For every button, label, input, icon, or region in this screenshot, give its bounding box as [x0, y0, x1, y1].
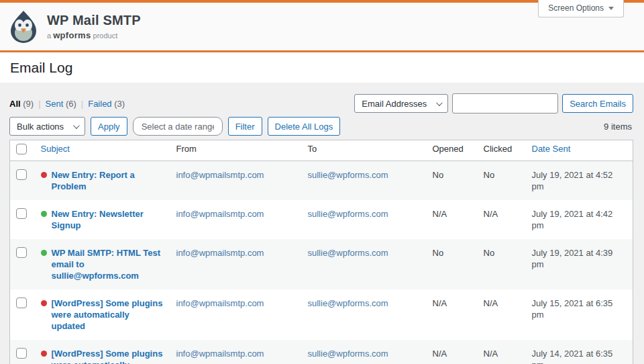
search-emails-button[interactable]: Search Emails	[562, 94, 633, 113]
from-email: info@wpmailsmtp.com	[176, 298, 264, 308]
to-email: sullie@wpforms.com	[308, 298, 388, 308]
view-filter-sent[interactable]: Sent (6)	[46, 99, 76, 109]
column-header-to: To	[301, 140, 426, 161]
search-field-select[interactable]: Email Addresses	[354, 94, 448, 113]
opened-value: N/A	[426, 200, 477, 239]
screen-options-button[interactable]: Screen Options	[538, 0, 624, 17]
brand-tagline: a wpforms product	[47, 30, 141, 40]
items-count: 9 items	[604, 122, 633, 132]
brand-text-block: WP Mail SMTP a wpforms product	[47, 13, 141, 40]
filter-button[interactable]: Filter	[228, 117, 262, 136]
to-email: sullie@wpforms.com	[308, 248, 388, 258]
subject-link[interactable]: New Entry: Report a Problem	[52, 169, 163, 192]
search-input[interactable]	[452, 93, 558, 113]
table-row: New Entry: Report a Problem info@wpmails…	[10, 161, 633, 201]
tagline-suffix: product	[93, 32, 118, 40]
to-email: sullie@wpforms.com	[308, 349, 388, 359]
view-filter-failed[interactable]: Failed (3)	[88, 99, 125, 109]
opened-value: No	[426, 239, 477, 289]
page-title: Email Log	[10, 60, 72, 76]
clicked-value: N/A	[477, 340, 525, 364]
column-header-date-sent[interactable]: Date Sent	[525, 140, 633, 161]
view-filter-all[interactable]: All (9)	[9, 99, 34, 109]
wpforms-wordmark: wpforms	[53, 30, 91, 40]
actions-group: Bulk actions Apply Filter Delete All Log…	[9, 117, 340, 136]
row-checkbox[interactable]	[16, 348, 27, 359]
date-sent-value: July 14, 2021 at 6:35 pm	[525, 340, 633, 364]
status-dot	[41, 211, 47, 217]
delete-all-logs-button[interactable]: Delete All Logs	[268, 117, 341, 136]
to-email: sullie@wpforms.com	[308, 170, 388, 180]
subject-link[interactable]: [WordPress] Some plugins were automatica…	[52, 298, 163, 332]
chevron-down-icon	[73, 122, 80, 129]
separator: |	[81, 99, 83, 109]
status-dot	[41, 172, 47, 178]
opened-value: N/A	[426, 340, 477, 364]
status-dot	[41, 351, 47, 357]
chevron-down-icon	[436, 99, 443, 106]
column-header-from: From	[170, 140, 301, 161]
chevron-down-icon	[608, 7, 614, 10]
row-checkbox[interactable]	[16, 298, 27, 308]
subject-link[interactable]: [WordPress] Some plugins were automatica…	[52, 348, 163, 364]
row-checkbox[interactable]	[16, 208, 27, 219]
subject-link[interactable]: New Entry: Newsletter Signup	[52, 208, 163, 231]
column-header-clicked: Clicked	[477, 140, 525, 161]
search-field-selected-option: Email Addresses	[362, 99, 427, 109]
search-group: Email Addresses Search Emails	[354, 93, 633, 113]
opened-value: N/A	[426, 289, 477, 340]
status-dot	[41, 300, 47, 306]
view-filter-links: All (9)|Sent (6)|Failed (3)	[9, 99, 125, 109]
table-row: [WordPress] Some plugins were automatica…	[10, 340, 633, 364]
screen-options-label: Screen Options	[548, 3, 604, 13]
bulk-actions-row: Bulk actions Apply Filter Delete All Log…	[9, 117, 633, 136]
date-range-input[interactable]	[133, 117, 223, 136]
email-log-rows: New Entry: Report a Problem info@wpmails…	[10, 161, 633, 364]
opened-value: No	[426, 161, 477, 201]
app-title: WP Mail SMTP	[47, 13, 141, 28]
email-log-content: All (9)|Sent (6)|Failed (3) Email Addres…	[0, 93, 644, 364]
table-header: Subject From To Opened Clicked Date Sent	[10, 140, 633, 161]
date-sent-value: July 19, 2021 at 4:39 pm	[525, 239, 633, 289]
subject-link[interactable]: WP Mail SMTP: HTML Test email to sullie@…	[52, 247, 163, 281]
wp-mail-smtp-pigeon-logo-icon	[8, 10, 39, 44]
table-row: [WordPress] Some plugins were automatica…	[10, 289, 633, 340]
to-email: sullie@wpforms.com	[308, 209, 388, 219]
clicked-value: No	[477, 239, 525, 289]
status-dot	[41, 250, 47, 256]
column-header-subject[interactable]: Subject	[34, 140, 170, 161]
clicked-value: No	[477, 161, 525, 201]
email-log-table: Subject From To Opened Clicked Date Sent…	[9, 140, 633, 364]
filters-and-search-row: All (9)|Sent (6)|Failed (3) Email Addres…	[9, 93, 633, 113]
bulk-actions-select[interactable]: Bulk actions	[9, 117, 85, 136]
date-sent-value: July 19, 2021 at 4:52 pm	[525, 161, 633, 201]
clicked-value: N/A	[477, 289, 525, 340]
tagline-prefix: a	[47, 32, 51, 40]
table-row: New Entry: Newsletter Signup info@wpmail…	[10, 200, 633, 239]
email-log-table-wrap: Subject From To Opened Clicked Date Sent…	[9, 140, 633, 364]
separator: |	[38, 99, 40, 109]
row-checkbox[interactable]	[16, 247, 27, 258]
bulk-actions-selected-option: Bulk actions	[17, 122, 64, 132]
from-email: info@wpmailsmtp.com	[176, 349, 264, 359]
from-email: info@wpmailsmtp.com	[176, 248, 264, 258]
row-checkbox[interactable]	[16, 169, 27, 180]
apply-button[interactable]: Apply	[91, 117, 127, 136]
page-title-bar: Email Log	[0, 52, 644, 83]
table-row: WP Mail SMTP: HTML Test email to sullie@…	[10, 239, 633, 289]
from-email: info@wpmailsmtp.com	[176, 209, 264, 219]
date-sent-value: July 15, 2021 at 6:35 pm	[525, 289, 633, 340]
select-all-checkbox[interactable]	[16, 144, 27, 154]
column-header-opened: Opened	[426, 140, 477, 161]
date-sent-value: July 19, 2021 at 4:42 pm	[525, 200, 633, 239]
clicked-value: N/A	[477, 200, 525, 239]
from-email: info@wpmailsmtp.com	[176, 170, 264, 180]
